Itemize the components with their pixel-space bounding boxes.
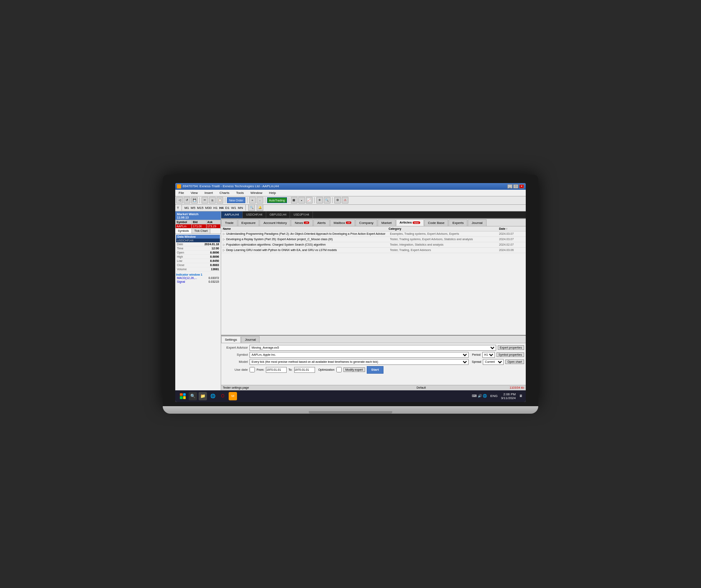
screen-bezel: 69470794: Exness-Trial8 - Exness Technol… — [163, 175, 538, 406]
auto-trading-button[interactable]: AutoTrading — [267, 197, 287, 203]
tester-tab-journal[interactable]: Journal — [241, 336, 260, 343]
taskbar-opera[interactable]: O — [219, 392, 227, 400]
win-quad-1 — [180, 393, 183, 396]
tab-company[interactable]: Company — [356, 219, 377, 226]
tab-tick-chart[interactable]: Tick Chart — [192, 229, 211, 234]
chart-tab-gbpusd[interactable]: GBPUSD,H4 — [266, 211, 290, 218]
timeframe-h4[interactable]: H4 — [219, 206, 224, 210]
toolbar-paste[interactable]: 📋 — [217, 197, 223, 204]
menu-file[interactable]: File — [177, 191, 186, 195]
tester-model-row: Model Every tick (the most precise metho… — [223, 359, 524, 365]
toolbar-alert-bell[interactable]: 🔔 — [257, 204, 263, 211]
separator-7 — [332, 197, 333, 203]
to-date-input[interactable] — [294, 367, 315, 373]
value-open: 8.6896 — [210, 251, 219, 254]
start-button[interactable]: Start — [367, 366, 383, 374]
toolbar-chart-line[interactable]: 📈 — [306, 197, 313, 204]
menu-tools[interactable]: Tools — [235, 191, 246, 195]
article-row-3[interactable]: ▷ Population optimization algorithms: Ch… — [221, 242, 526, 248]
toolbar-zoom-out[interactable]: - — [257, 197, 263, 204]
indicator-signal: Signal 0.03215 — [176, 280, 220, 284]
toolbar-main: ◁ ↺ 💾 ✂ ⎘ 📋 New Order + - A — [175, 196, 526, 205]
tab-experts[interactable]: Experts — [449, 219, 467, 226]
toolbar-alert[interactable]: ⚠ — [342, 197, 348, 204]
timeframe-m5[interactable]: M5 — [191, 206, 195, 210]
taskbar-chrome[interactable]: 🌐 — [209, 392, 217, 400]
menu-view[interactable]: View — [189, 191, 199, 195]
tab-trade[interactable]: Trade — [221, 219, 237, 226]
menu-window[interactable]: Window — [249, 191, 264, 195]
from-date-input[interactable] — [266, 367, 287, 373]
period-select[interactable]: H1 — [482, 352, 495, 358]
timeframe-d1[interactable]: D1 — [225, 206, 229, 210]
modify-expert-button[interactable]: Modify expert — [343, 367, 365, 372]
tab-alerts[interactable]: Alerts — [313, 219, 329, 226]
notification-icon[interactable]: 🖥 — [519, 394, 522, 398]
tab-articles[interactable]: Articlesnew — [396, 219, 424, 226]
tab-exposure[interactable]: Exposure — [238, 219, 260, 226]
chart-tab-usdchf[interactable]: USDCHF,H4 — [243, 211, 266, 218]
market-watch-row-aapl[interactable]: AAPLm 171.00 173.29 — [176, 224, 221, 228]
optimization-checkbox[interactable] — [336, 367, 342, 372]
toolbar-zoom-in[interactable]: + — [249, 197, 256, 204]
minimize-button[interactable]: _ — [507, 184, 512, 188]
tab-journal[interactable]: Journal — [468, 219, 486, 226]
toolbar-zoom[interactable]: 🔍 — [324, 197, 330, 204]
timeframe-w1[interactable]: W1 — [231, 206, 236, 210]
use-date-checkbox[interactable] — [250, 367, 255, 372]
right-area: ▲ AAPLm,H4 171.21 171.21 170.92 170.09 _… — [221, 211, 526, 390]
tab-mailbox[interactable]: Mailbox08 — [330, 219, 355, 226]
menu-help[interactable]: Help — [267, 191, 277, 195]
tester-section: Settings Journal Expert Advisor Moving_A… — [221, 335, 526, 385]
toolbar-new[interactable]: ◁ — [176, 197, 183, 204]
toolbar-second: T M1 M5 M15 M30 H1 H4 D1 W1 MN 🔍 🔔 — [175, 205, 526, 211]
menu-charts[interactable]: Charts — [218, 191, 231, 195]
chart-tab-usdjpy[interactable]: USDJPY,H4 — [290, 211, 313, 218]
taskbar-app1[interactable]: M — [229, 392, 237, 400]
chart-tab-aapl[interactable]: AAPLm,H4 — [221, 211, 243, 218]
article-date-1: 2024.03.07 — [499, 232, 524, 235]
toolbar-copy[interactable]: ⎘ — [209, 197, 216, 204]
toolbar-settings[interactable]: ⚙ — [334, 197, 341, 204]
menu-insert[interactable]: Insert — [203, 191, 214, 195]
article-row-4[interactable]: ▷ Deep Learning GRU model with Python to… — [221, 248, 526, 253]
expert-properties-button[interactable]: Expert properties — [498, 345, 524, 350]
tab-code-base[interactable]: Code Base — [424, 219, 449, 226]
close-button[interactable]: ✕ — [519, 184, 524, 188]
tab-symbols[interactable]: Symbols — [175, 229, 192, 234]
timeframe-m30[interactable]: M30 — [205, 206, 212, 210]
toolbar-save[interactable]: 💾 — [191, 197, 198, 204]
toolbar-chart-bar[interactable]: ▦ — [291, 197, 298, 204]
taskbar-explorer[interactable]: 📁 — [199, 392, 207, 400]
expert-advisor-select[interactable]: Moving_Average.ex5 — [250, 345, 496, 351]
windows-start-button[interactable] — [179, 392, 187, 400]
tab-market[interactable]: Market — [378, 219, 395, 226]
toolbar-chart-candle[interactable]: ▪ — [298, 197, 305, 204]
taskbar-search[interactable]: 🔍 — [189, 392, 197, 400]
open-chart-button[interactable]: Open chart — [505, 359, 524, 364]
new-order-button[interactable]: New Order — [227, 197, 245, 203]
data-row-low: Low 8.6450 — [176, 259, 220, 263]
model-select[interactable]: Every tick (the most precise method base… — [250, 359, 469, 365]
maximize-button[interactable]: □ — [513, 184, 518, 188]
symbol-properties-button[interactable]: Symbol properties — [497, 352, 524, 357]
timeframe-h1[interactable]: H1 — [213, 206, 217, 210]
timeframe-mn[interactable]: MN — [238, 206, 243, 210]
toolbar-crosshair[interactable]: ✛ — [316, 197, 323, 204]
timeframe-m15[interactable]: M15 — [197, 206, 204, 210]
article-row-2[interactable]: ▷ Developing a Replay System (Part 29): … — [221, 237, 526, 242]
indicator-section: Indicator window 1 MACD(12,26,... 0.0337… — [175, 272, 221, 284]
toolbar-open[interactable]: ↺ — [184, 197, 190, 204]
toolbar-search[interactable]: 🔍 — [248, 204, 255, 211]
col-symbol: Symbol — [176, 220, 192, 224]
timeframe-m1[interactable]: M1 — [184, 206, 189, 210]
system-tray-icons: ⌨ 🔊 🌐 — [472, 394, 487, 398]
aapl-bid: 171.00 — [192, 224, 206, 228]
tab-news[interactable]: News28 — [291, 219, 313, 226]
symbol-select[interactable]: AAPLm, Apple Inc. — [250, 352, 469, 358]
spread-select[interactable]: Current — [483, 359, 504, 365]
toolbar-cut[interactable]: ✂ — [202, 197, 208, 204]
tab-account-history[interactable]: Account History — [260, 219, 290, 226]
tester-tab-settings[interactable]: Settings — [221, 336, 241, 343]
article-row-1[interactable]: ▷ Understanding Programming Paradigms (P… — [221, 231, 526, 237]
